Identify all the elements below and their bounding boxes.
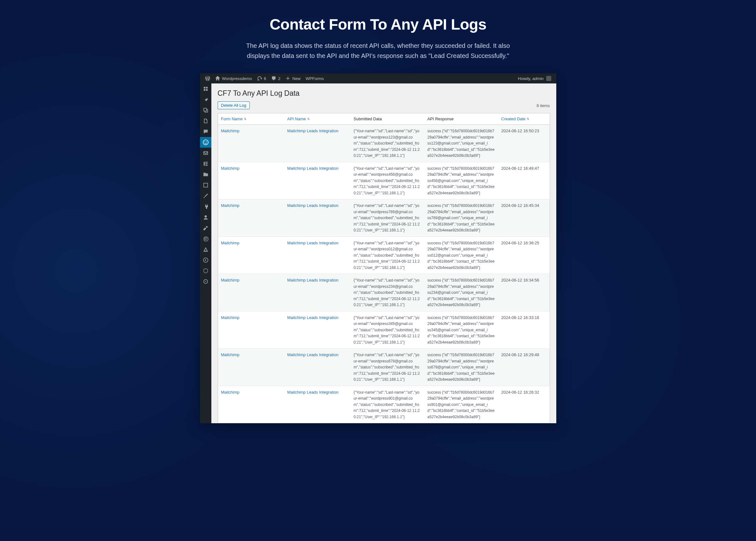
sidebar-plugins[interactable]: [200, 201, 211, 212]
sidebar-settings[interactable]: [200, 233, 211, 244]
adminbar-wpforms[interactable]: WPForms: [303, 73, 326, 84]
api-name-link[interactable]: Mailchimp Leads Integration: [287, 278, 339, 282]
table-row: Mailchimp Mailchimp Leads Integration {"…: [218, 274, 550, 311]
svg-rect-6: [205, 165, 208, 166]
delete-all-log-button[interactable]: Delete All Log: [218, 101, 250, 109]
api-name-link[interactable]: Mailchimp Leads Integration: [287, 241, 339, 245]
sort-icon: ⇅: [527, 117, 529, 121]
created-date-text: 2024-06-12 16:33:16: [498, 311, 550, 348]
updates-icon: [257, 76, 262, 81]
adminbar-site-name[interactable]: Wordpressdemo: [213, 73, 255, 84]
sidebar-elementor[interactable]: [200, 158, 211, 169]
adminbar-site-label: Wordpressdemo: [222, 76, 252, 81]
sidebar-media[interactable]: [200, 105, 211, 116]
submitted-data-text: {"Your-name":"sd","Last-name":"sd","your…: [354, 353, 420, 382]
pages-icon: [203, 118, 209, 124]
sidebar-appearance[interactable]: [200, 191, 211, 201]
adminbar-wpforms-label: WPForms: [306, 76, 324, 81]
col-header-api-response: API Response: [424, 113, 498, 125]
sidebar-astra[interactable]: [200, 244, 211, 255]
adminbar-updates-count: 6: [264, 76, 266, 81]
submitted-data-text: {"Your-name":"sd","Last-name":"sd","your…: [354, 278, 420, 307]
svg-rect-5: [205, 164, 208, 164]
wordpress-admin-window: Wordpressdemo 6 2 New WPForms: [200, 73, 556, 423]
sidebar-comments[interactable]: [200, 126, 211, 137]
sidebar-users[interactable]: [200, 212, 211, 223]
created-date-text: 2024-06-12 16:50:23: [498, 125, 550, 162]
api-response-text: success {"id":"f16d78000dc6019d016b729a0…: [427, 166, 494, 195]
adminbar-account[interactable]: Howdy, admin: [518, 76, 553, 81]
svg-point-2: [206, 141, 207, 142]
hero-subtitle: The API log data shows the status of rec…: [236, 41, 520, 61]
table-row: Mailchimp Mailchimp Leads Integration {"…: [218, 125, 550, 162]
folder-icon: [203, 172, 209, 177]
page-title: CF7 To Any API Log Data: [218, 89, 550, 98]
api-response-text: success {"id":"f16d78000dc6019d016b729a0…: [427, 390, 494, 419]
form-name-link[interactable]: Mailchimp: [221, 315, 240, 320]
created-date-text: 2024-06-12 16:45:34: [498, 199, 550, 237]
form-name-link[interactable]: Mailchimp: [221, 166, 240, 171]
api-name-link[interactable]: Mailchimp Leads Integration: [287, 203, 339, 208]
api-name-link[interactable]: Mailchimp Leads Integration: [287, 166, 339, 171]
col-header-form-name[interactable]: Form Name⇅: [218, 113, 284, 125]
adminbar-new-label: New: [292, 76, 301, 81]
submitted-data-text: {"Your-name":"sd","Last-name":"sd","your…: [354, 390, 420, 419]
form-name-link[interactable]: Mailchimp: [221, 390, 240, 394]
submitted-data-text: {"Your-name":"sd","Last-name":"sd","your…: [354, 315, 420, 344]
home-icon: [215, 76, 220, 81]
wrench-icon: [203, 225, 209, 231]
form-icon: [203, 182, 209, 188]
dashboard-icon: [203, 86, 209, 92]
table-row: Mailchimp Mailchimp Leads Integration {"…: [218, 386, 550, 423]
api-response-text: success {"id":"f16d78000dc6019d016b729a0…: [427, 241, 494, 270]
form-name-link[interactable]: Mailchimp: [221, 129, 240, 133]
sidebar-cf7-active[interactable]: [200, 137, 211, 148]
items-count-label: 8 items: [537, 103, 550, 108]
submitted-data-text: {"Your-name":"sd","Last-name":"sd","your…: [354, 129, 420, 158]
api-name-link[interactable]: Mailchimp Leads Integration: [287, 315, 339, 320]
table-row: Mailchimp Mailchimp Leads Integration {"…: [218, 311, 550, 348]
svg-point-0: [203, 140, 208, 145]
shield-icon: [203, 268, 209, 273]
form-name-link[interactable]: Mailchimp: [221, 203, 240, 208]
submitted-data-text: {"Your-name":"sd","Last-name":"sd","your…: [354, 241, 420, 270]
sidebar-extra-1[interactable]: [200, 266, 211, 276]
svg-rect-4: [205, 162, 208, 163]
api-response-text: success {"id":"f16d78000dc6019d016b729a0…: [427, 315, 494, 344]
sidebar-tools[interactable]: [200, 223, 211, 233]
col-header-created-date[interactable]: Created Date⇅: [498, 113, 550, 125]
media-icon: [203, 107, 209, 113]
created-date-text: 2024-06-12 16:34:56: [498, 274, 550, 311]
api-name-link[interactable]: Mailchimp Leads Integration: [287, 352, 339, 357]
sidebar-extra-2[interactable]: [200, 276, 211, 287]
smiley-icon: [203, 140, 209, 145]
api-response-text: success {"id":"f16d78000dc6019d016b729a0…: [427, 353, 494, 382]
api-name-link[interactable]: Mailchimp Leads Integration: [287, 390, 339, 394]
wp-logo-menu[interactable]: [203, 73, 213, 84]
mail-icon: [203, 150, 209, 156]
sidebar-dashboard[interactable]: [200, 84, 211, 94]
col-header-api-name[interactable]: API Name⇅: [284, 113, 351, 125]
submitted-data-text: {"Your-name":"sd","Last-name":"sd","your…: [354, 166, 420, 195]
sidebar-templates[interactable]: [200, 169, 211, 180]
api-response-text: success {"id":"f16d78000dc6019d016b729a0…: [427, 204, 494, 233]
sidebar-posts[interactable]: [200, 94, 211, 105]
adminbar-comments[interactable]: 2: [269, 73, 283, 84]
table-row: Mailchimp Mailchimp Leads Integration {"…: [218, 199, 550, 237]
sidebar-contact[interactable]: [200, 148, 211, 158]
table-row: Mailchimp Mailchimp Leads Integration {"…: [218, 348, 550, 386]
sidebar-pages[interactable]: [200, 116, 211, 126]
adminbar-updates[interactable]: 6: [255, 73, 269, 84]
form-name-link[interactable]: Mailchimp: [221, 241, 240, 245]
adminbar-new[interactable]: New: [283, 73, 303, 84]
api-name-link[interactable]: Mailchimp Leads Integration: [287, 129, 339, 133]
sidebar-wpforms[interactable]: [200, 180, 211, 191]
form-name-link[interactable]: Mailchimp: [221, 352, 240, 357]
form-name-link[interactable]: Mailchimp: [221, 278, 240, 282]
sort-icon: ⇅: [307, 117, 310, 121]
svg-point-9: [203, 258, 208, 262]
comments-icon: [271, 76, 276, 81]
api-response-text: success {"id":"f16d78000dc6019d016b729a0…: [427, 278, 494, 307]
created-date-text: 2024-06-12 16:29:48: [498, 348, 550, 386]
sidebar-collapse[interactable]: [200, 255, 211, 266]
